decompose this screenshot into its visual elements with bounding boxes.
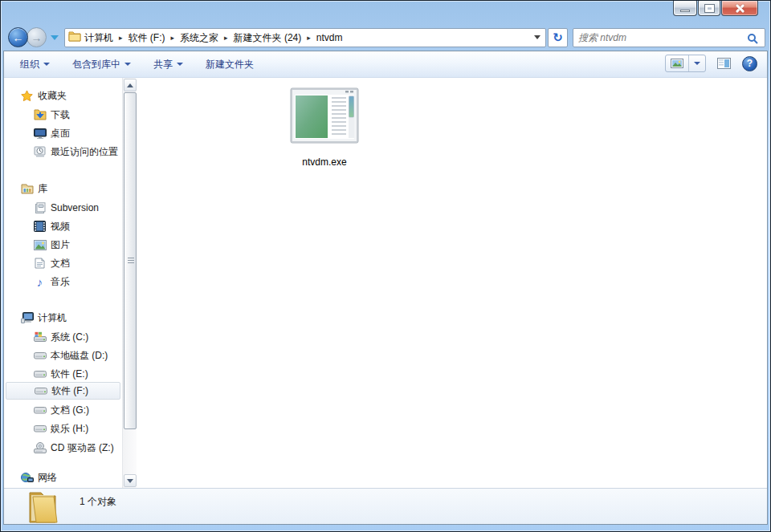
views-button[interactable] xyxy=(666,55,688,71)
scroll-up-button[interactable] xyxy=(124,79,137,91)
item-count-label: 1 个对象 xyxy=(80,495,116,509)
search-input[interactable] xyxy=(578,30,739,45)
sidebar-item-downloads[interactable]: 下载 xyxy=(6,106,120,124)
forward-button[interactable]: → xyxy=(27,27,47,47)
breadcrumb-item-xitongzhijia[interactable]: 系统之家 xyxy=(177,29,222,47)
breadcrumb-separator-icon: ▸ xyxy=(169,34,177,42)
maximize-icon xyxy=(705,5,714,12)
search-icon[interactable] xyxy=(747,33,758,44)
organize-label: 组织 xyxy=(20,58,39,71)
back-button[interactable]: ← xyxy=(8,27,28,47)
help-button[interactable]: ? xyxy=(742,56,757,71)
scroll-down-button[interactable] xyxy=(124,474,137,487)
views-dropdown-button[interactable] xyxy=(688,55,705,71)
drive-icon xyxy=(34,384,47,397)
chevron-down-icon xyxy=(177,63,183,66)
music-note-glyph: ♪ xyxy=(37,275,43,289)
close-button[interactable] xyxy=(721,1,758,16)
pictures-icon xyxy=(33,238,47,251)
forward-arrow-icon: → xyxy=(31,31,43,44)
share-button[interactable]: 共享 xyxy=(147,54,190,75)
star-icon xyxy=(20,89,34,102)
sidebar-item-drive-e[interactable]: 软件 (E:) xyxy=(6,365,120,383)
breadcrumb-item-ntvdm[interactable]: ntvdm xyxy=(313,29,346,47)
folder-icon xyxy=(68,30,81,45)
sidebar-item-videos[interactable]: 视频 xyxy=(6,217,120,235)
documents-icon xyxy=(33,257,47,270)
command-toolbar: 组织 包含到库中 共享 新建文件夹 xyxy=(4,51,767,78)
sidebar-item-desktop[interactable]: 桌面 xyxy=(6,124,120,142)
sidebar-section-favorites[interactable]: 收藏夹 xyxy=(6,87,120,104)
sidebar-item-documents[interactable]: 文档 xyxy=(6,254,120,272)
sidebar-item-recent-places[interactable]: 最近访问的位置 xyxy=(6,143,120,160)
music-label: 音乐 xyxy=(51,275,70,289)
help-icon: ? xyxy=(747,58,753,69)
pictures-label: 图片 xyxy=(51,238,70,252)
downloads-icon xyxy=(33,108,47,121)
scrollbar-thumb[interactable] xyxy=(124,92,137,429)
sidebar-scrollbar[interactable] xyxy=(122,78,137,488)
videos-label: 视频 xyxy=(51,220,70,234)
triangle-up-icon xyxy=(127,83,133,87)
breadcrumb-item-drive-f[interactable]: 软件 (F:) xyxy=(125,29,169,47)
include-in-library-button[interactable]: 包含到库中 xyxy=(66,54,137,75)
drive-g-label: 文档 (G:) xyxy=(51,404,89,417)
videos-icon xyxy=(33,220,47,233)
sidebar-item-subversion[interactable]: Subversion xyxy=(6,199,120,217)
triangle-down-icon xyxy=(127,479,133,483)
sidebar-section-libraries[interactable]: 库 xyxy=(6,180,120,197)
body-area: 收藏夹 下载 桌面 最近访问的位置 xyxy=(4,78,767,488)
new-folder-label: 新建文件夹 xyxy=(206,58,254,71)
chevron-down-icon xyxy=(124,63,131,66)
drive-icon xyxy=(33,349,47,362)
address-bar[interactable]: 计算机 ▸ 软件 (F:) ▸ 系统之家 ▸ 新建文件夹 (24) ▸ ntvd… xyxy=(64,28,546,47)
downloads-label: 下载 xyxy=(51,108,70,122)
breadcrumb-separator-icon: ▸ xyxy=(304,34,313,42)
sidebar-item-drive-d[interactable]: 本地磁盘 (D:) xyxy=(6,347,120,364)
refresh-button[interactable]: ↻ xyxy=(548,28,568,47)
desktop-label: 桌面 xyxy=(51,127,70,140)
sidebar-item-drive-g[interactable]: 文档 (G:) xyxy=(6,401,120,419)
organize-button[interactable]: 组织 xyxy=(14,54,56,75)
sidebar-item-pictures[interactable]: 图片 xyxy=(6,236,120,254)
close-icon xyxy=(734,3,745,13)
toolbar-right: ? xyxy=(665,55,757,72)
sidebar-item-cd-drive-z[interactable]: CD 驱动器 (Z:) xyxy=(6,439,120,457)
drive-c-label: 系统 (C:) xyxy=(51,331,88,344)
sidebar-item-drive-c[interactable]: 系统 (C:) xyxy=(6,328,120,346)
sidebar-item-drive-h[interactable]: 娱乐 (H:) xyxy=(6,420,120,437)
file-item-ntvdm[interactable]: ntvdm.exe xyxy=(281,87,368,168)
libraries-label: 库 xyxy=(38,182,47,196)
drive-icon xyxy=(33,404,47,416)
status-bar: 1 个对象 xyxy=(4,488,767,524)
sidebar-section-computer[interactable]: 计算机 xyxy=(6,309,120,327)
chevron-down-icon xyxy=(694,62,700,65)
sidebar-item-music[interactable]: ♪ 音乐 xyxy=(6,273,120,290)
computer-label: 计算机 xyxy=(38,311,67,325)
preview-pane-button[interactable] xyxy=(717,58,731,69)
cd-drive-z-label: CD 驱动器 (Z:) xyxy=(51,441,114,455)
sidebar-section-network[interactable]: 网络 xyxy=(6,469,120,486)
maximize-button[interactable] xyxy=(698,1,720,16)
breadcrumb-item-new-folder-24[interactable]: 新建文件夹 (24) xyxy=(230,29,305,47)
address-dropdown-icon[interactable] xyxy=(534,35,541,39)
recent-pages-dropdown[interactable] xyxy=(51,35,59,40)
navigation-bar: ← → 计算机 ▸ 软件 (F:) ▸ 系统之家 ▸ 新建文件夹 (24) ▸ … xyxy=(3,25,768,51)
system-drive-icon xyxy=(33,331,47,343)
desktop-icon xyxy=(33,127,47,140)
recent-places-icon xyxy=(33,145,47,158)
drive-f-label: 软件 (F:) xyxy=(51,384,88,398)
network-label: 网络 xyxy=(38,471,57,485)
subversion-label: Subversion xyxy=(51,202,99,213)
drive-e-label: 软件 (E:) xyxy=(51,368,88,381)
file-list-area[interactable]: ntvdm.exe xyxy=(137,78,767,488)
breadcrumb-item-computer[interactable]: 计算机 xyxy=(81,29,116,47)
refresh-icon: ↻ xyxy=(553,30,563,45)
minimize-button[interactable] xyxy=(673,1,697,16)
window-controls xyxy=(672,1,758,16)
library-icon xyxy=(33,201,47,214)
breadcrumb-separator-icon: ▸ xyxy=(116,34,125,42)
views-split-button xyxy=(665,55,706,72)
new-folder-button[interactable]: 新建文件夹 xyxy=(199,54,260,75)
sidebar-item-drive-f[interactable]: 软件 (F:) xyxy=(6,382,120,400)
